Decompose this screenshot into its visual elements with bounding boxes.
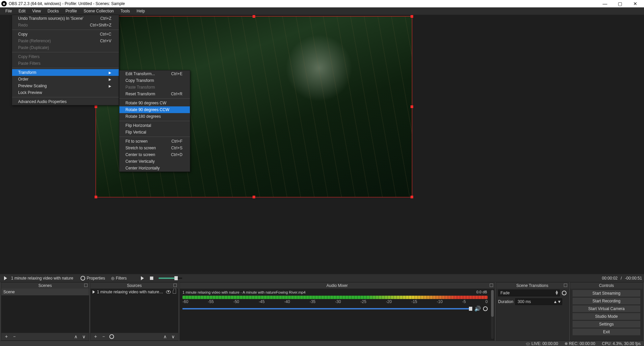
menu-scene-collection[interactable]: Scene Collection (80, 7, 117, 15)
duration-label: Duration (498, 299, 513, 304)
transform-menu-item-13[interactable]: Stretch to screenCtrl+S (119, 145, 190, 151)
remove-source-button[interactable]: － (101, 334, 107, 340)
status-live: LIVE: 00:00:00 (531, 341, 558, 346)
remove-scene-button[interactable]: － (11, 334, 17, 340)
edit-menu-item-15[interactable]: Advanced Audio Properties (12, 98, 119, 105)
status-cpu: CPU: 4.3%, 30.00 fps (602, 341, 641, 346)
edit-menu-item-11[interactable]: Order▶ (12, 76, 119, 83)
window-title: OBS 27.2.3 (64-bit, windows) - Profile: … (9, 1, 125, 6)
edit-menu-item-13[interactable]: Lock Preview (12, 89, 119, 96)
media-stop-button[interactable] (148, 275, 155, 282)
transform-menu-item-7[interactable]: Rotate 180 degrees (119, 113, 190, 120)
media-icon (93, 290, 95, 294)
scene-up-button[interactable]: ∧ (73, 334, 79, 340)
volume-slider[interactable] (182, 308, 472, 309)
mixer-scrollbar[interactable] (491, 290, 494, 339)
transform-menu-item-15[interactable]: Center Vertically (119, 158, 190, 165)
edit-menu-item-8: Paste Filters (12, 60, 119, 67)
scene-down-button[interactable]: ∨ (81, 334, 87, 340)
edit-menu-item-0[interactable]: Undo Transform source(s) In 'Scene'Ctrl+… (12, 15, 119, 22)
menu-profile[interactable]: Profile (62, 7, 80, 15)
transform-menu-item-16[interactable]: Center Horizontally (119, 165, 190, 171)
menu-tools[interactable]: Tools (117, 7, 133, 15)
popout-icon[interactable] (564, 284, 567, 287)
transform-menu-item-6[interactable]: Rotate 90 degrees CCW (119, 106, 190, 113)
status-rec: REC: 00:00:00 (569, 341, 595, 346)
popout-icon[interactable] (490, 284, 493, 287)
transform-menu-item-1[interactable]: Copy Transform (119, 77, 190, 84)
scene-transitions-panel: Scene Transitions Fade ▲▼ Duration 300 m… (496, 282, 569, 341)
source-down-button[interactable]: ∨ (170, 334, 176, 340)
add-source-button[interactable]: ＋ (93, 334, 99, 340)
control-start-recording-button[interactable]: Start Recording (572, 297, 641, 305)
selected-source-label: 1 minute relaxing video with nature (11, 276, 76, 281)
transform-menu-item-9[interactable]: Flip Horizontal (119, 122, 190, 129)
transform-menu-item-14[interactable]: Center to screenCtrl+D (119, 151, 190, 158)
meter-ticks: -60-55-50-45-40-35-30-25-20-15-10-50 (182, 299, 488, 304)
menu-help[interactable]: Help (133, 7, 148, 15)
filters-icon: ◎ (111, 276, 114, 281)
menu-file[interactable]: File (2, 7, 15, 15)
transition-settings-icon[interactable] (562, 291, 567, 295)
gear-icon (80, 276, 85, 281)
edit-menu-item-10[interactable]: Transform▶ (12, 69, 119, 76)
popout-icon[interactable] (84, 284, 88, 287)
scenes-panel: Scenes Scene ＋ － ∧ ∨ (1, 282, 89, 341)
transform-menu-item-12[interactable]: Fit to screenCtrl+F (119, 138, 190, 145)
mixer-db-value: 0.0 dB (476, 290, 487, 294)
source-properties-button[interactable] (109, 334, 115, 340)
lock-icon[interactable] (173, 290, 176, 294)
context-toolbar: 1 minute relaxing video with nature Prop… (0, 274, 644, 282)
transform-submenu-dropdown: Edit Transform...Ctrl+ECopy TransformPas… (119, 70, 190, 172)
edit-menu-item-12[interactable]: Preview Scaling▶ (12, 83, 119, 89)
transitions-title: Scene Transitions (516, 283, 548, 288)
filters-button[interactable]: ◎Filters (109, 275, 129, 282)
audio-mixer-panel: Audio Mixer 1 minute relaxing video with… (179, 282, 495, 341)
duration-input[interactable]: 300 ms ▲▼ (515, 298, 562, 305)
edit-menu-item-1: RedoCtrl+Shift+Z (12, 22, 119, 29)
media-play-button[interactable] (139, 275, 146, 282)
source-item-label: 1 minute relaxing video with nature - A … (97, 290, 164, 294)
transform-menu-item-0[interactable]: Edit Transform...Ctrl+E (119, 70, 190, 77)
mixer-track-name: 1 minute relaxing video with nature - A … (182, 290, 306, 294)
media-seek-slider[interactable] (159, 278, 182, 279)
menu-docks[interactable]: Docks (44, 7, 62, 15)
transform-menu-item-5[interactable]: Rotate 90 degrees CW (119, 100, 190, 106)
controls-title: Controls (599, 283, 614, 288)
control-start-streaming-button[interactable]: Start Streaming (572, 290, 641, 297)
menu-view[interactable]: View (29, 7, 44, 15)
control-settings-button[interactable]: Settings (572, 320, 641, 328)
transition-type-combo[interactable]: Fade ▲▼ (498, 290, 560, 296)
track-settings-icon[interactable] (483, 306, 488, 311)
rec-dot-icon (565, 342, 568, 345)
edit-menu-item-5: Paste (Duplicate) (12, 44, 119, 51)
bottom-panels: Scenes Scene ＋ － ∧ ∨ Sources 1 minute re… (0, 282, 644, 341)
no-source-play-icon[interactable] (2, 275, 9, 282)
edit-menu-item-3[interactable]: CopyCtrl+C (12, 31, 119, 38)
gear-icon (109, 334, 114, 339)
controls-panel: Controls Start StreamingStart RecordingS… (570, 282, 643, 341)
popout-icon[interactable] (173, 284, 177, 287)
mixer-title: Audio Mixer (326, 283, 347, 288)
properties-button[interactable]: Properties (78, 275, 107, 282)
menu-edit[interactable]: Edit (15, 7, 29, 15)
control-studio-mode-button[interactable]: Studio Mode (572, 313, 641, 320)
sources-panel: Sources 1 minute relaxing video with nat… (90, 282, 178, 341)
scene-item[interactable]: Scene (1, 289, 89, 295)
close-button[interactable]: ✕ (628, 0, 643, 7)
source-item[interactable]: 1 minute relaxing video with nature - A … (91, 289, 178, 295)
control-start-virtual-camera-button[interactable]: Start Virtual Camera (572, 305, 641, 312)
transform-menu-item-3[interactable]: Reset TransformCtrl+R (119, 91, 190, 97)
transform-menu-item-10[interactable]: Flip Vertical (119, 129, 190, 136)
scenes-title: Scenes (38, 283, 52, 288)
minimize-button[interactable]: — (597, 0, 612, 7)
maximize-button[interactable]: ▢ (612, 0, 628, 7)
edit-menu-item-4: Paste (Reference)Ctrl+V (12, 38, 119, 44)
visibility-icon[interactable] (166, 290, 171, 294)
source-up-button[interactable]: ∧ (162, 334, 168, 340)
status-bar: LIVE: 00:00:00 REC: 00:00:00 CPU: 4.3%, … (0, 341, 644, 346)
speaker-icon[interactable]: 🔊 (474, 305, 481, 312)
sources-title: Sources (127, 283, 142, 288)
control-exit-button[interactable]: Exit (572, 328, 641, 336)
add-scene-button[interactable]: ＋ (3, 334, 9, 340)
